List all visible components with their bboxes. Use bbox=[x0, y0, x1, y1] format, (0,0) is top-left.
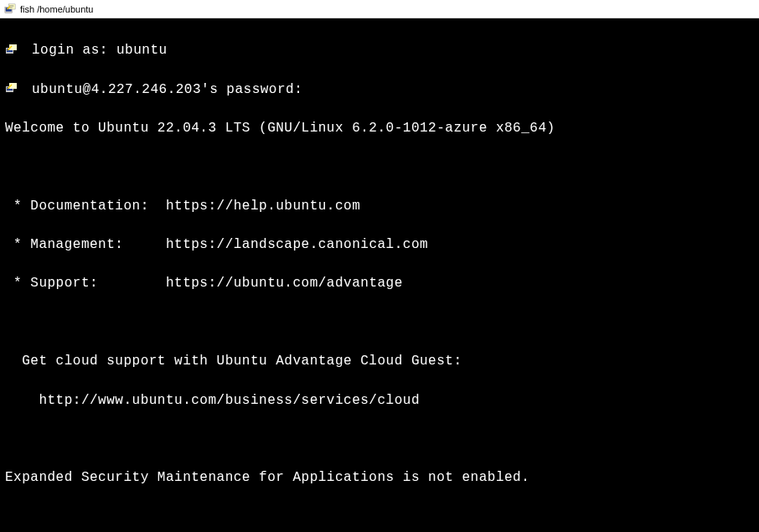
blank-line bbox=[5, 158, 754, 177]
password-prompt: ubuntu@4.227.246.203's password: bbox=[32, 82, 302, 97]
welcome-text: Welcome to Ubuntu 22.04.3 LTS (GNU/Linux… bbox=[5, 121, 555, 136]
blank-line bbox=[5, 313, 754, 333]
cloud-guest-line1: Get cloud support with Ubuntu Advantage … bbox=[5, 354, 462, 369]
putty-icon bbox=[3, 3, 17, 16]
doc-label: * Documentation: bbox=[5, 199, 166, 214]
connection-icon bbox=[5, 41, 32, 60]
login-as-label: login as: bbox=[32, 43, 116, 58]
esm-not-enabled: Expanded Security Maintenance for Applic… bbox=[5, 470, 529, 485]
terminal-viewport[interactable]: login as: ubuntu ubuntu@4.227.246.203's … bbox=[0, 18, 759, 532]
support-label: * Support: bbox=[5, 276, 166, 291]
window-title-text: fish /home/ubuntu bbox=[20, 4, 93, 14]
login-as-value: ubuntu bbox=[116, 43, 168, 58]
cloud-guest-line2: http://www.ubuntu.com/business/services/… bbox=[5, 393, 420, 408]
support-url: https://ubuntu.com/advantage bbox=[166, 276, 403, 291]
mgmt-url: https://landscape.canonical.com bbox=[166, 237, 428, 252]
blank-line bbox=[5, 508, 754, 527]
blank-line bbox=[5, 430, 754, 449]
doc-url: https://help.ubuntu.com bbox=[166, 199, 360, 214]
connection-icon bbox=[5, 80, 32, 100]
window-title-bar: fish /home/ubuntu bbox=[0, 0, 759, 18]
login-line: login as: ubuntu bbox=[5, 41, 754, 60]
password-line: ubuntu@4.227.246.203's password: bbox=[5, 80, 754, 100]
mgmt-label: * Management: bbox=[5, 237, 166, 252]
